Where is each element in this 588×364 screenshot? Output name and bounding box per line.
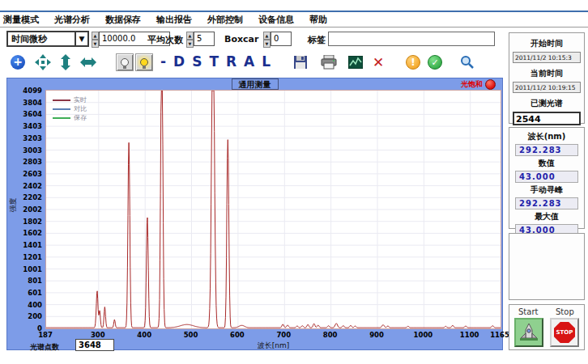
y-tick-label: 2202 [11,193,42,201]
mode-dropdown[interactable]: 时间微秒 ▼ [6,31,89,47]
legend-label: 实时 [74,95,87,104]
y-tick-label: 1602 [11,229,42,237]
legend-item-1: 对比 [53,104,87,113]
start-time-value: 2011/11/2 10:15:3 [513,52,581,63]
menu-separator [0,27,588,28]
peak-info-box: 波长(nm) 292.283 数值 43.000 手动寻峰 292.283 最大… [509,127,585,229]
wavelength-value: 292.283 [515,144,578,156]
y-tick-label: 1001 [11,265,42,273]
chart-legend: 实时对比保存 [53,95,87,122]
gridlines [46,91,501,328]
pan-button[interactable] [34,53,52,71]
x-tick-label: 1000 [411,331,435,339]
y-tick-label: 2402 [11,182,42,190]
x-tick-label: 400 [132,331,156,339]
lightbulb-on-icon [140,58,148,66]
zoom-vertical-button[interactable] [57,53,75,71]
x-tick-label: 900 [364,331,389,339]
value-field: 43.000 [515,171,578,183]
chevron-down-icon[interactable]: ▼ [75,32,87,45]
legend-label: 对比 [74,104,87,113]
y-tick-label: 801 [11,277,42,285]
zoom-horizontal-button[interactable] [79,53,97,71]
menu-item-5[interactable]: 设备信息 [258,14,294,26]
x-tick-label: 800 [318,331,343,339]
spectra-count-value: 2544 [513,112,581,125]
add-button[interactable]: + [9,53,27,71]
menu-bar: 测量模式光谱分析数据保存输出报告外部控制设备信息帮助 [0,13,588,26]
value-label: 数值 [509,158,584,169]
spectrum-points-input[interactable]: 3648 [75,339,114,351]
tag-input[interactable] [328,32,495,46]
menu-item-0[interactable]: 测量模式 [3,14,39,26]
vertical-arrows-icon [60,54,71,70]
print-button[interactable] [320,53,338,71]
export-graph-button[interactable] [347,53,364,71]
stop-sign-icon: STOP [554,322,575,343]
menu-item-3[interactable]: 输出报告 [156,14,192,26]
average-count-value[interactable]: 5 [194,32,215,46]
boxcar-label: Boxcar [224,34,258,44]
search-icon [460,55,475,70]
y-tick-label: 1401 [11,241,42,249]
save-button[interactable] [292,53,309,71]
lamp-off-button[interactable] [116,53,134,71]
horizontal-arrows-icon [80,57,96,68]
manual-peak-value: 292.283 [515,197,578,210]
floppy-disk-icon [293,55,308,70]
start-button[interactable] [514,318,543,347]
chart-title: 通用测量 [232,78,279,90]
x-tick-label: 500 [179,331,203,339]
boxcar-stepper[interactable]: ▲▼ 0 [263,32,292,46]
start-button-label: Start [518,307,538,316]
mode-dropdown-value: 时间微秒 [8,33,75,45]
clear-button[interactable]: ✕ [369,53,387,71]
x-tick-label: 1100 [458,331,482,339]
x-tick-label: 700 [271,331,296,339]
y-tick-label: 200 [11,312,42,320]
close-icon: ✕ [373,54,384,70]
rocket-icon [518,322,539,343]
legend-item-0: 实时 [53,95,87,104]
spacer-box [509,233,585,300]
window-top-border [0,11,588,12]
x-tick-label: 187 [33,331,58,339]
saturation-indicator: 光饱和 [461,79,496,90]
tag-label: 标签 [308,34,326,46]
menu-item-2[interactable]: 数据保存 [105,14,141,26]
stepper-arrows-icon[interactable]: ▲▼ [92,32,99,46]
legend-line-icon [53,99,70,101]
stepper-arrows-icon[interactable]: ▲▼ [263,32,271,46]
lamp-on-button[interactable] [135,53,153,71]
stepper-arrows-icon[interactable]: ▲▼ [186,32,194,46]
warning-icon: ! [406,55,420,70]
legend-label: 保存 [74,113,87,122]
y-tick-label: 601 [11,289,42,297]
start-time-label: 开始时间 [509,38,584,49]
y-tick-label: 2603 [11,170,42,178]
manual-peak-label: 手动寻峰 [509,184,584,196]
average-count-stepper[interactable]: ▲▼ 5 [186,32,215,46]
printer-icon [321,55,337,70]
stop-button-label: Stop [556,307,574,316]
menu-item-6[interactable]: 帮助 [309,14,327,26]
confirm-button[interactable]: ✓ [426,53,444,71]
y-tick-label: 3403 [11,122,42,130]
check-icon: ✓ [428,55,442,70]
y-tick-label: 2803 [11,158,42,166]
search-button[interactable] [458,53,476,71]
boxcar-value[interactable]: 0 [271,32,292,46]
saturation-label: 光饱和 [461,79,483,90]
current-time-label: 当前时间 [509,68,584,79]
info-button[interactable]: ! [404,53,422,71]
menu-item-1[interactable]: 光谱分析 [54,14,90,26]
menu-item-4[interactable]: 外部控制 [207,14,243,26]
legend-line-icon [53,108,70,110]
x-tick-label: 300 [86,331,110,339]
current-time-value: 2011/11/2 10:19:15 [513,82,581,93]
y-tick-label: 2002 [11,205,42,214]
plus-circle-icon: + [11,55,25,70]
app-window: 测量模式光谱分析数据保存输出报告外部控制设备信息帮助 时间微秒 ▼ ▲▼ 100… [0,0,588,364]
plot-area[interactable]: 实时对比保存 [45,90,501,329]
stop-button[interactable]: STOP [550,318,579,347]
